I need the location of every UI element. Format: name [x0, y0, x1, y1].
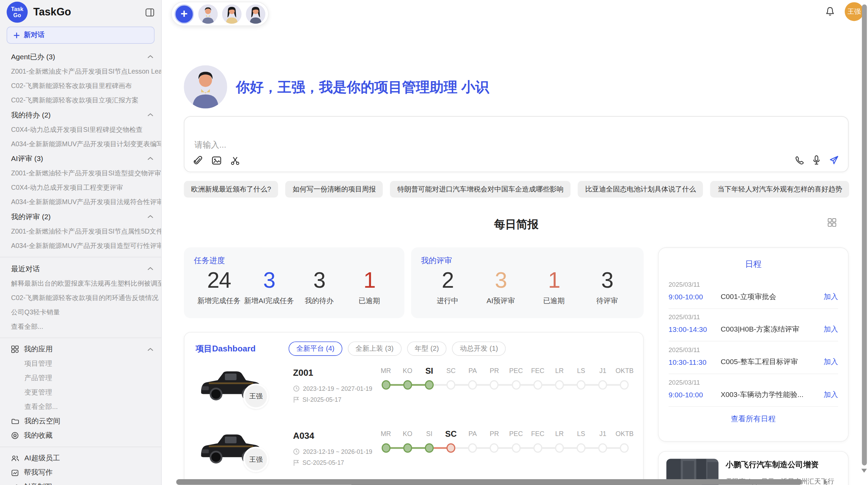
ai-staff-label: AI超级员工 — [24, 453, 153, 463]
sidebar-item-cloud-space[interactable]: 我的云空间 — [0, 414, 161, 428]
paperclip-icon[interactable] — [193, 156, 203, 165]
project-flag-text: SC-2025-05-17 — [302, 459, 344, 466]
sidebar-item-help-write[interactable]: 帮我写作 — [0, 465, 161, 480]
suggestion-chip[interactable]: 欧洲新规最近颁布了什么? — [184, 181, 278, 197]
dashboard-tab[interactable]: 全新上装 (3) — [348, 341, 401, 356]
sidebar-conversation-item[interactable]: Z001-全新燃油皮卡产品开发项目SI节点Lesson Learn报告 — [0, 64, 161, 78]
favorites-badge-icon — [11, 432, 19, 439]
dashboard-tab[interactable]: 动总开发 (1) — [452, 341, 506, 356]
agent-avatar-1[interactable] — [198, 4, 218, 24]
stat-label: AI预评审 — [474, 296, 527, 306]
flag-icon — [293, 459, 299, 466]
sidebar-app-item[interactable]: 查看全部... — [0, 400, 161, 414]
notification-bell-icon[interactable] — [825, 6, 835, 17]
sidebar-conversation-item[interactable]: C02-飞腾新能源轻客改款项目立项汇报方案 — [0, 93, 161, 107]
suggestion-chip[interactable]: 如何写一份清晰的项目周报 — [286, 181, 383, 197]
scroll-down-arrow[interactable] — [861, 469, 867, 473]
user-avatar[interactable]: 王强 — [845, 2, 864, 21]
stat-value: 1 — [527, 268, 580, 293]
project-owner-badge: 王强 — [243, 384, 268, 409]
layout-grid-icon[interactable] — [828, 218, 836, 227]
sidebar-section-header-0[interactable]: Agent已办 (3) — [0, 49, 161, 64]
new-chat-button[interactable]: 新对话 — [7, 27, 154, 44]
milestone-dot — [533, 443, 542, 452]
sidebar-section-header-2[interactable]: AI评审 (3) — [0, 151, 161, 166]
sidebar-conversation-item[interactable]: Z001-全新燃油轻卡产品开发项目SI造型提交物评审 — [0, 166, 161, 181]
milestone-dot — [620, 443, 629, 452]
horizontal-scrollbar[interactable] — [176, 479, 802, 485]
sidebar-conversation-item[interactable]: C02-飞腾新能源轻客改款项目里程碑画布 — [0, 78, 161, 93]
sidebar-recent-item[interactable]: 查看全部... — [0, 319, 161, 334]
agent-avatar-3[interactable] — [246, 4, 265, 24]
stat: 24新增完成任务 — [194, 268, 244, 306]
clock-icon — [293, 448, 300, 455]
stats-row: 任务进度24新增完成任务3新增AI完成任务3我的待办1已逾期我的评审2进行中3A… — [184, 247, 643, 318]
suggestion-chip[interactable]: 当下年轻人对汽车外观有怎样的喜好趋势 — [710, 181, 849, 197]
sidebar-item-my-apps[interactable]: 我的应用 — [0, 342, 161, 357]
sidebar-collapse-icon[interactable] — [145, 8, 154, 17]
sidebar-item-ai-staff[interactable]: AI超级员工 — [0, 451, 161, 465]
sidebar-item-creative-draw[interactable]: 创意制图 — [0, 480, 161, 485]
milestone-label: LS — [570, 428, 592, 440]
phone-call-icon[interactable] — [795, 156, 804, 165]
sidebar-recent-item[interactable]: C02-飞腾新能源轻客改款项目的闭环通告反馈情况 — [0, 290, 161, 305]
sidebar-recent-item[interactable]: 解释最新出台的欧盟报废车法规再生塑料比例被调至15%... — [0, 276, 161, 290]
sidebar-conversation-item[interactable]: A034-全新新能源MUV产品开发项目计划变更表编写 — [0, 137, 161, 151]
sidebar-conversation-item[interactable]: C0X4-动力总成开发项目SI里程碑提交物检查 — [0, 122, 161, 137]
sidebar-app-list: 项目管理产品管理变更管理查看全部... — [0, 357, 161, 414]
sidebar-app-item[interactable]: 变更管理 — [0, 385, 161, 400]
sidebar-section-title: 我的评审 (2) — [11, 212, 147, 222]
dashboard-tab[interactable]: 全新平台 (4) — [289, 341, 342, 356]
sidebar-recent: 最近对话解释最新出台的欧盟报废车法规再生塑料比例被调至15%...C02-飞腾新… — [0, 261, 161, 334]
sidebar-app-item[interactable]: 项目管理 — [0, 357, 161, 371]
stat-card-tasks: 任务进度24新增完成任务3新增AI完成任务3我的待办1已逾期 — [184, 247, 404, 318]
sidebar-conversation-item[interactable]: C0X4-动力总成开发项目工程变更评审 — [0, 181, 161, 195]
join-button[interactable]: 加入 — [824, 324, 838, 334]
sidebar-item-favorites[interactable]: 我的收藏 — [0, 428, 161, 443]
cloud-folder-icon — [11, 418, 19, 425]
join-button[interactable]: 加入 — [824, 292, 838, 302]
milestone-dot — [425, 443, 434, 452]
write-doc-icon — [11, 469, 19, 476]
sidebar-header: Task Go TaskGo — [0, 0, 161, 24]
input-actions — [795, 155, 839, 165]
topbar-right: 王强 — [825, 2, 864, 21]
sidebar-conversation-item[interactable]: Z001-全新燃油轻卡产品开发项目SI节点属性5D文件评审 — [0, 224, 161, 238]
send-icon[interactable] — [829, 155, 839, 165]
sidebar-section-header-3[interactable]: 我的评审 (2) — [0, 209, 161, 224]
milestone-label: OKTB — [614, 365, 635, 377]
schedule-date: 2025/03/11 — [668, 314, 838, 320]
sidebar-recent-header[interactable]: 最近对话 — [0, 261, 161, 276]
join-button[interactable]: 加入 — [824, 357, 838, 367]
scroll-right-arrow[interactable] — [824, 479, 828, 485]
suggestion-chip[interactable]: 特朗普可能对进口汽车增税会对中国车企造成哪些影响 — [390, 181, 571, 197]
stat-value: 1 — [344, 268, 394, 293]
suggestion-chip[interactable]: 比亚迪全固态电池计划具体说了什么 — [578, 181, 703, 197]
divider — [0, 447, 161, 447]
project-row: 王强Z0012023-12-19 ~ 2027-01-19SI-2025-05-… — [195, 365, 632, 419]
stat-value: 2 — [421, 268, 474, 293]
sidebar-conversation-item[interactable]: A034-全新新能源MUV产品开发项目法规符合性评审 — [0, 195, 161, 209]
recent-title: 最近对话 — [11, 264, 147, 274]
plus-icon — [13, 32, 20, 38]
add-agent-button[interactable]: + — [174, 4, 194, 24]
sidebar-section-header-1[interactable]: 我的待办 (2) — [0, 107, 161, 122]
project-owner-badge: 王强 — [243, 447, 268, 472]
sidebar-conversation-item[interactable]: A034-全新新能源MUV产品开发项目造型可行性评审 — [0, 238, 161, 253]
schedule-date: 2025/03/11 — [668, 346, 838, 353]
project-flag-milestone: SC-2025-05-17 — [293, 459, 344, 466]
microphone-icon[interactable] — [812, 155, 820, 165]
sidebar-app-item[interactable]: 产品管理 — [0, 371, 161, 385]
milestone-label: PA — [462, 428, 483, 440]
vertical-scrollbar[interactable] — [862, 4, 867, 465]
sidebar-recent-item[interactable]: 公司Q3轻卡销量 — [0, 305, 161, 319]
view-all-schedule-link[interactable]: 查看所有日程 — [668, 414, 838, 424]
image-icon[interactable] — [212, 156, 221, 165]
join-button[interactable]: 加入 — [824, 390, 838, 400]
dashboard-tab[interactable]: 年型 (2) — [407, 341, 447, 356]
agent-avatar-2[interactable] — [222, 4, 242, 24]
milestone-timeline: MRKOSISCPAPRPECFECLRLSJ1OKTB — [375, 428, 635, 452]
milestone-dot — [403, 443, 412, 452]
chat-input[interactable]: 请输入... — [184, 116, 848, 172]
scissors-icon[interactable] — [230, 156, 240, 165]
